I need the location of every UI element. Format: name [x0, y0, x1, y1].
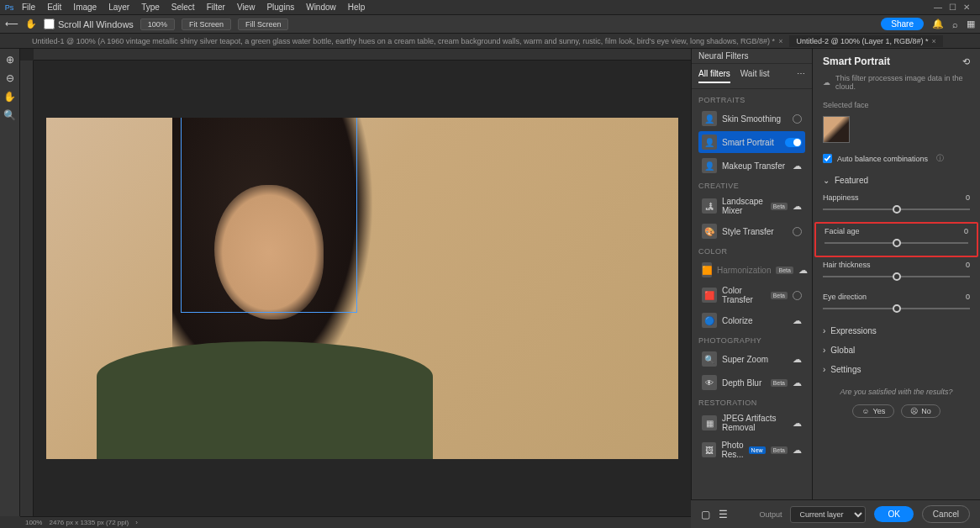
tab-wait-list[interactable]: Wait list [740, 69, 770, 83]
thumbnail-icon: 🖼 [702, 442, 716, 457]
thumbnail-icon: 🔍 [702, 351, 717, 367]
filter-landscape-mixer[interactable]: 🏞 Landscape Mixer Beta ☁ [698, 193, 805, 219]
section-expressions[interactable]: ›Expressions [813, 321, 980, 341]
filter-makeup-transfer[interactable]: 👤 Makeup Transfer ☁ [698, 155, 805, 177]
slider-happiness: Happiness0 [813, 190, 980, 222]
more-icon[interactable]: ⋯ [797, 69, 805, 83]
face-thumbnail[interactable] [823, 116, 850, 143]
thumbnail-icon: 👤 [702, 111, 717, 126]
hand-tool-icon[interactable]: ✋ [25, 18, 37, 29]
close-icon[interactable]: × [932, 37, 936, 45]
eye-direction-slider[interactable] [823, 303, 970, 314]
face-detection-box[interactable] [181, 118, 357, 313]
workspace-icon[interactable]: ▦ [967, 18, 975, 29]
chevron-down-icon: ⌄ [823, 176, 830, 185]
cloud-download-icon[interactable]: ☁ [793, 445, 802, 456]
filter-skin-smoothing[interactable]: 👤 Skin Smoothing [698, 108, 805, 129]
thumbnail-icon: 👁 [702, 375, 717, 390]
filter-color-transfer[interactable]: 🟥 Color Transfer Beta [698, 282, 805, 308]
tab-all-filters[interactable]: All filters [698, 69, 730, 83]
reset-icon[interactable]: ⟲ [962, 56, 970, 67]
filter-colorize[interactable]: 🔵 Colorize ☁ [698, 309, 805, 331]
filter-smart-portrait[interactable]: 👤 Smart Portrait [698, 131, 805, 153]
close-icon[interactable]: × [778, 37, 782, 45]
toggle-switch[interactable] [785, 138, 802, 147]
bell-icon[interactable]: 🔔 [932, 18, 944, 29]
info-icon[interactable]: ⓘ [936, 153, 944, 164]
thumbnail-icon: 👤 [702, 135, 717, 150]
tab-untitled-1[interactable]: Untitled-1 @ 100% (A 1960 vintage metall… [25, 35, 789, 47]
cloud-download-icon[interactable]: ☁ [793, 378, 802, 388]
feedback-no-button[interactable]: ☹No [901, 404, 940, 418]
menu-layer[interactable]: Layer [103, 1, 134, 13]
selected-face-label: Selected face [813, 98, 980, 113]
home-icon[interactable]: ⟵ [5, 18, 18, 29]
toggle-off-icon[interactable] [793, 291, 802, 300]
zoom-out-icon[interactable]: ⊖ [6, 72, 14, 84]
ok-button[interactable]: OK [874, 506, 913, 522]
app-logo: Ps [3, 2, 15, 13]
status-zoom[interactable]: 100% [25, 519, 42, 526]
toggle-off-icon[interactable] [793, 227, 802, 236]
menu-type[interactable]: Type [136, 1, 165, 13]
section-creative: CREATIVE [698, 178, 805, 193]
cloud-download-icon[interactable]: ☁ [793, 161, 802, 172]
menu-filter[interactable]: Filter [202, 1, 230, 13]
facial-age-slider[interactable] [825, 237, 968, 249]
toggle-off-icon[interactable] [793, 114, 802, 124]
window-maximize-icon[interactable]: ☐ [949, 3, 956, 12]
menu-image[interactable]: Image [68, 1, 102, 13]
tab-untitled-2[interactable]: Untitled-2 @ 100% (Layer 1, RGB/8#) *× [789, 35, 942, 47]
chevron-right-icon[interactable]: › [135, 519, 138, 526]
output-select[interactable]: Current layer [790, 506, 866, 523]
happiness-slider[interactable] [823, 203, 970, 215]
fit-screen-button[interactable]: Fit Screen [182, 18, 231, 30]
section-featured[interactable]: ⌄Featured [813, 171, 980, 190]
thumbnail-icon: 🟥 [702, 288, 717, 303]
fill-screen-button[interactable]: Fill Screen [238, 18, 289, 30]
filter-harmonization[interactable]: 🟧 Harmonization Beta ☁ [698, 259, 805, 281]
auto-balance-checkbox[interactable] [823, 154, 832, 163]
canvas-area [20, 49, 691, 516]
share-button[interactable]: Share [881, 18, 924, 30]
satisfied-prompt: Are you satisfied with the results? [813, 379, 980, 404]
layers-icon[interactable]: ☰ [719, 509, 728, 520]
section-global[interactable]: ›Global [813, 341, 980, 360]
window-minimize-icon[interactable]: — [934, 3, 942, 12]
menu-select[interactable]: Select [166, 1, 200, 13]
filter-style-transfer[interactable]: 🎨 Style Transfer [698, 220, 805, 242]
cancel-button[interactable]: Cancel [922, 505, 970, 523]
search-icon[interactable]: ⌕ [952, 19, 958, 29]
hair-thickness-slider[interactable] [823, 271, 970, 282]
cloud-download-icon[interactable]: ☁ [793, 418, 802, 429]
zoom-in-icon[interactable]: ⊕ [6, 54, 14, 66]
scroll-all-checkbox[interactable] [44, 18, 55, 29]
cloud-download-icon[interactable]: ☁ [793, 354, 802, 365]
canvas-image[interactable] [46, 118, 678, 459]
chevron-right-icon: › [823, 346, 825, 355]
section-settings[interactable]: ›Settings [813, 360, 980, 379]
hand-icon[interactable]: ✋ [3, 91, 16, 103]
output-label: Output [759, 510, 782, 519]
filter-photo-restoration[interactable]: 🖼 Photo Res... New Beta ☁ [698, 437, 805, 462]
zoom-chip[interactable]: 100% [140, 18, 175, 30]
feedback-yes-button[interactable]: ☺Yes [852, 404, 894, 418]
filter-depth-blur[interactable]: 👁 Depth Blur Beta ☁ [698, 372, 805, 393]
zoom-tool-icon[interactable]: 🔍 [3, 109, 16, 121]
menu-edit[interactable]: Edit [42, 1, 66, 13]
thumbnail-icon: ▦ [702, 415, 717, 430]
cloud-note: This filter processes image data in the … [835, 74, 970, 91]
menu-file[interactable]: File [17, 1, 40, 13]
filter-jpeg-artifacts[interactable]: ▦ JPEG Artifacts Removal ☁ [698, 410, 805, 436]
menu-window[interactable]: Window [301, 1, 341, 13]
menu-help[interactable]: Help [343, 1, 371, 13]
chevron-right-icon: › [823, 365, 825, 374]
window-close-icon[interactable]: ✕ [963, 3, 970, 12]
menu-plugins[interactable]: Plugins [261, 1, 299, 13]
cloud-download-icon[interactable]: ☁ [793, 315, 802, 326]
filter-super-zoom[interactable]: 🔍 Super Zoom ☁ [698, 348, 805, 370]
cloud-download-icon[interactable]: ☁ [793, 201, 802, 212]
menu-view[interactable]: View [232, 1, 261, 13]
preview-icon[interactable]: ▢ [701, 509, 710, 520]
cloud-download-icon[interactable]: ☁ [798, 265, 808, 276]
